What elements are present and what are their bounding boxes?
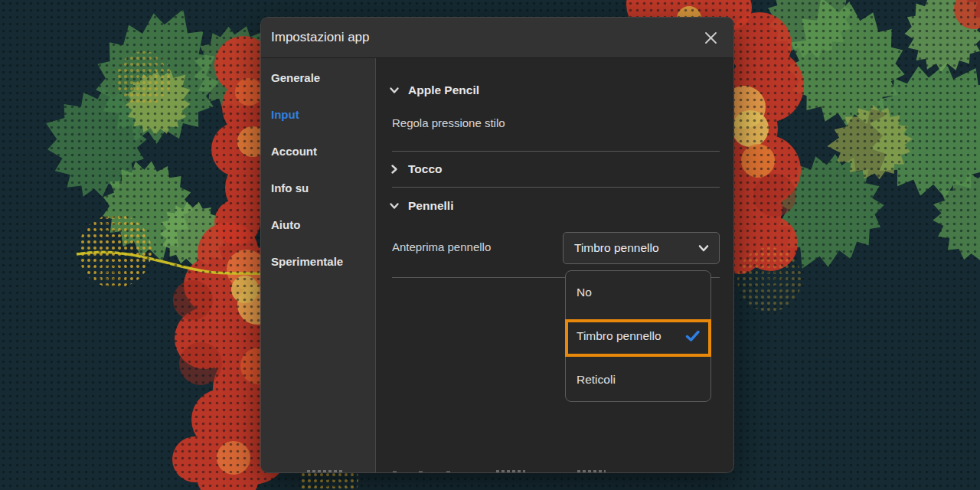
dropdown-value: Timbro pennello: [574, 241, 697, 255]
dialog-title: Impostazioni app: [261, 30, 370, 45]
chevron-right-icon: [389, 164, 400, 175]
menu-option-no[interactable]: No: [566, 271, 710, 315]
chevron-down-icon: [389, 85, 400, 96]
menu-option-label: No: [577, 286, 592, 299]
clipped-text-sliver: [393, 471, 397, 472]
clipped-text-sliver: [419, 471, 423, 472]
menu-option-timbro-pennello[interactable]: Timbro pennello: [566, 315, 710, 358]
sidebar-item-generale[interactable]: Generale: [261, 60, 375, 96]
sidebar-item-input[interactable]: Input: [261, 96, 375, 133]
sidebar: Generale Input Account Info su Aiuto Spe…: [261, 58, 376, 472]
clipped-text-sliver: [496, 470, 525, 472]
section-label: Apple Pencil: [408, 83, 479, 97]
divider: [392, 151, 720, 152]
section-header-pennelli[interactable]: Pennelli: [389, 198, 453, 214]
settings-panel: Apple Pencil Regola pressione stilo Tocc…: [376, 58, 733, 472]
sidebar-item-info-su[interactable]: Info su: [261, 170, 375, 207]
dialog-titlebar: Impostazioni app: [261, 18, 733, 58]
sidebar-item-aiuto[interactable]: Aiuto: [261, 207, 375, 243]
close-button[interactable]: [697, 24, 724, 51]
section-header-apple-pencil[interactable]: Apple Pencil: [389, 82, 479, 99]
menu-option-label: Timbro pennello: [577, 329, 662, 343]
row-regola-pressione-stilo[interactable]: Regola pressione stilo: [392, 116, 505, 129]
clipped-text-sliver: [446, 471, 450, 472]
sidebar-item-account[interactable]: Account: [261, 133, 375, 170]
section-header-tocco[interactable]: Tocco: [389, 161, 443, 178]
sidebar-item-sperimentale[interactable]: Sperimentale: [261, 243, 375, 280]
section-label: Pennelli: [408, 199, 453, 213]
close-icon: [704, 31, 718, 45]
chevron-down-icon: [389, 201, 400, 211]
settings-dialog: Impostazioni app Generale Input Account …: [260, 17, 734, 473]
brush-preview-menu: No Timbro pennello Reticoli: [565, 270, 711, 402]
clipped-text-sliver: [577, 470, 606, 472]
clipped-text-sliver: [307, 470, 344, 472]
chevron-down-icon: [697, 243, 710, 253]
brush-preview-label: Anteprima pennello: [392, 240, 491, 253]
section-label: Tocco: [408, 162, 443, 176]
brush-preview-dropdown[interactable]: Timbro pennello: [563, 232, 720, 264]
checkmark-icon: [685, 330, 701, 342]
menu-option-reticoli[interactable]: Reticoli: [566, 358, 710, 401]
menu-option-label: Reticoli: [577, 373, 616, 387]
divider: [392, 187, 720, 188]
app-canvas: Impostazioni app Generale Input Account …: [0, 0, 980, 490]
